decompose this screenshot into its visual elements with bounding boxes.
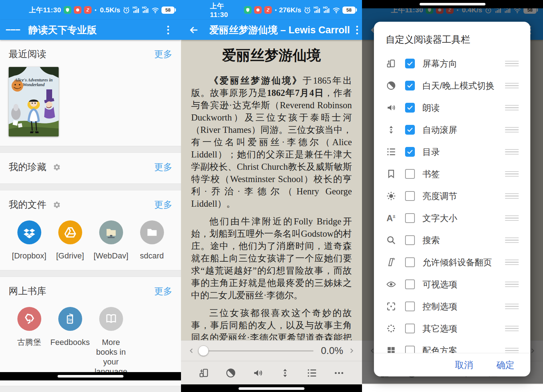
drag-handle-icon[interactable] — [505, 171, 521, 177]
dialog-option-control[interactable]: 控制选项 — [385, 295, 521, 317]
my-files-grid: [Dropbox] [Gdrive] [WebDav] sdcard — [9, 220, 172, 270]
home-indicator[interactable] — [239, 387, 304, 390]
contrast-icon[interactable] — [224, 366, 238, 380]
option-checkbox[interactable] — [405, 279, 415, 289]
drag-handle-icon[interactable] — [505, 326, 521, 332]
list-icon[interactable] — [305, 366, 319, 380]
net-library-more-link[interactable]: 更多 — [154, 285, 172, 297]
app-shortcut-label: [Dropbox] — [12, 251, 46, 261]
ok-button[interactable]: 确定 — [496, 359, 514, 371]
home-indicator[interactable] — [420, 3, 485, 5]
gutenberg-icon — [17, 307, 41, 331]
alarm-icon — [303, 6, 311, 14]
drag-handle-icon[interactable] — [505, 83, 521, 89]
rotate-icon[interactable] — [197, 366, 211, 380]
my-files-gear-icon[interactable] — [53, 201, 61, 209]
option-label: 自动滚屏 — [422, 124, 457, 136]
section-recent: 最近阅读 更多 — [0, 40, 181, 146]
reader-title: 爱丽丝梦游仙境 – Lewis Carroll — [209, 24, 350, 37]
drag-handle-icon[interactable] — [505, 348, 521, 353]
option-checkbox[interactable] — [405, 302, 415, 311]
dialog-option-brightness[interactable]: 亮度调节 — [385, 185, 521, 207]
option-checkbox[interactable] — [405, 346, 415, 353]
book-cover-alice[interactable]: Alice's Adventures in Wonderland — [9, 67, 59, 136]
battery-icon: 58 — [161, 7, 176, 14]
reader-toolbar — [181, 361, 362, 384]
app-shortcut-label: More books in your language — [90, 337, 131, 376]
dialog-option-bookmark[interactable]: 书签 — [385, 163, 521, 185]
autoscroll-icon[interactable] — [278, 366, 292, 380]
net-library-title: 网上书库 — [9, 285, 46, 298]
bookmark-icon — [385, 169, 397, 179]
my-files-more-link[interactable]: 更多 — [154, 199, 172, 211]
home-indicator[interactable] — [58, 375, 123, 378]
dialog-option-speaker[interactable]: 朗读 — [385, 97, 521, 119]
option-checkbox[interactable] — [405, 324, 415, 333]
overflow-menu-icon[interactable] — [350, 23, 362, 37]
option-checkbox[interactable] — [405, 125, 415, 135]
app-shortcut-label: [Gdrive] — [56, 251, 84, 261]
app-shortcut-feedbooks[interactable]: fe Feedbooks — [50, 307, 90, 376]
back-arrow-icon[interactable] — [187, 23, 201, 37]
screen: 上午11:30 0.5K/s HD HD 58 静读天下专业版 最近阅读 — [0, 0, 543, 392]
dialog-option-tilt[interactable]: 允许倾斜设备翻页 — [385, 251, 521, 273]
app-shortcut-sdcard[interactable]: sdcard — [131, 220, 172, 261]
reader-app-bar: 爱丽丝梦游仙境 – Lewis Carroll — [181, 20, 362, 40]
favorites-gear-icon[interactable] — [53, 163, 61, 171]
option-checkbox[interactable] — [405, 213, 415, 223]
app-shortcut-webdav[interactable]: [WebDav] — [90, 220, 131, 261]
overflow-menu-icon[interactable] — [161, 23, 175, 37]
progress-slider[interactable] — [201, 350, 313, 351]
dialog-option-dots[interactable]: 其它选项 — [385, 317, 521, 340]
dialog-option-contrast[interactable]: 白天/晚上模式切换 — [385, 75, 521, 97]
menu-hamburger-icon[interactable] — [6, 23, 20, 37]
book-page[interactable]: 爱丽丝梦游仙境 《爱丽丝梦游仙境》于1865年出版。故事原形乃是1862年7月4… — [181, 40, 362, 340]
speaker-icon[interactable] — [251, 366, 265, 380]
recent-more-link[interactable]: 更多 — [154, 48, 172, 60]
option-label: 控制选项 — [422, 301, 457, 312]
option-checkbox[interactable] — [405, 147, 415, 157]
contrast-icon — [385, 80, 397, 91]
cancel-button[interactable]: 取消 — [455, 359, 473, 371]
system-nav-bar — [362, 0, 543, 8]
app-shortcut-morebooks[interactable]: More books in your language — [90, 307, 131, 376]
drag-handle-icon[interactable] — [505, 105, 521, 111]
chevron-right-icon[interactable] — [345, 345, 358, 357]
dialog-option-scheme[interactable]: 配色方案 — [385, 340, 521, 353]
dialog-option-list[interactable]: 目录 — [385, 141, 521, 163]
app-shortcut-gdrive[interactable]: [Gdrive] — [50, 220, 90, 261]
drag-handle-icon[interactable] — [505, 127, 521, 133]
option-checkbox[interactable] — [405, 257, 415, 267]
dialog-option-rotate[interactable]: 屏幕方向 — [385, 52, 521, 75]
dialog-option-autoscroll[interactable]: 自动滚屏 — [385, 119, 521, 141]
drag-handle-icon[interactable] — [505, 282, 521, 287]
option-checkbox[interactable] — [405, 59, 415, 68]
dialog-option-eye[interactable]: 可视选项 — [385, 273, 521, 295]
drag-handle-icon[interactable] — [505, 215, 521, 221]
ellipsis-icon[interactable] — [332, 366, 346, 380]
option-checkbox[interactable] — [405, 235, 415, 245]
drag-handle-icon[interactable] — [505, 61, 521, 67]
option-checkbox[interactable] — [405, 103, 415, 113]
list-icon — [385, 147, 397, 157]
option-checkbox[interactable] — [405, 169, 415, 179]
drag-handle-icon[interactable] — [505, 304, 521, 309]
chevron-left-icon[interactable] — [185, 345, 198, 357]
drag-handle-icon[interactable] — [505, 260, 521, 265]
library-body: 最近阅读 更多 — [0, 40, 181, 372]
dialog-actions: 取消 确定 — [374, 353, 530, 376]
progress-slider-knob[interactable] — [198, 346, 209, 356]
option-checkbox[interactable] — [405, 81, 415, 90]
app-shortcut-gutenberg[interactable]: 古腾堡 — [9, 307, 50, 376]
option-checkbox[interactable] — [405, 191, 415, 201]
app-shortcut-dropbox[interactable]: [Dropbox] — [9, 220, 50, 261]
dialog-option-search[interactable]: 搜索 — [385, 229, 521, 251]
drag-handle-icon[interactable] — [505, 237, 521, 243]
reading-progress-bar: 0.0% — [181, 340, 362, 361]
notification-shield-icon — [244, 6, 252, 14]
drag-handle-icon[interactable] — [505, 149, 521, 155]
my-files-title: 我的文件 — [9, 198, 46, 211]
drag-handle-icon[interactable] — [505, 193, 521, 199]
favorites-more-link[interactable]: 更多 — [154, 161, 172, 173]
dialog-option-textsize[interactable]: A± 文字大小 — [385, 207, 521, 229]
